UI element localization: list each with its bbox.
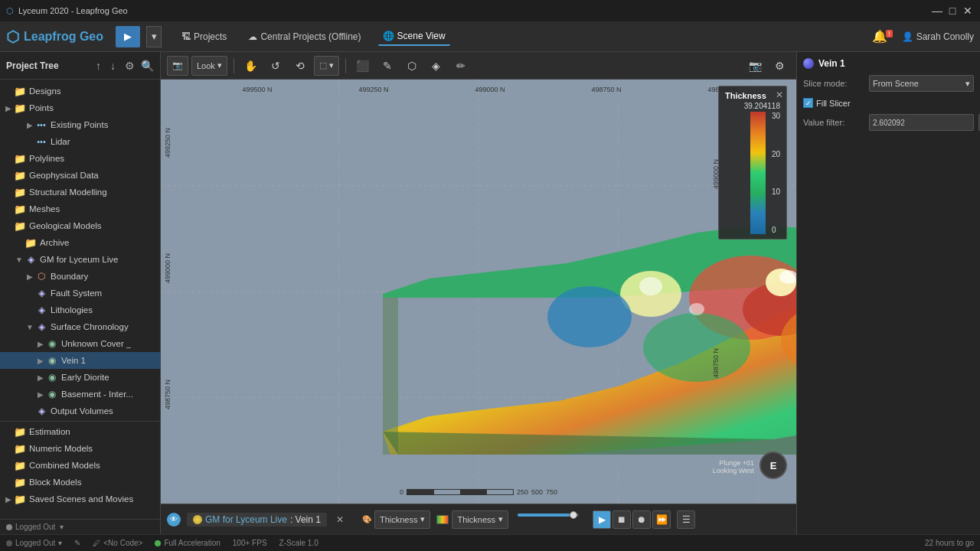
tree-item-boundary[interactable]: ▶ ⬡ Boundary xyxy=(0,268,160,285)
color-scale-labels: 30 20 10 0 xyxy=(769,112,780,234)
tree-item-saved-scenes[interactable]: ▶ 📁 Saved Scenes and Movies xyxy=(0,491,160,507)
color-scale-title: Thickness xyxy=(725,91,780,100)
pencil-tool[interactable]: ✏ xyxy=(450,56,472,76)
section-tool[interactable]: ⬡ xyxy=(401,56,423,76)
notification-badge: ! xyxy=(886,30,893,37)
camera-button[interactable]: 📷 xyxy=(744,56,766,76)
sidebar-title: Project Tree xyxy=(6,60,59,71)
status-acceleration: Full Acceleration xyxy=(155,539,220,547)
sidebar-header-buttons: ↑ ↓ ⚙ 🔍 xyxy=(93,58,154,73)
tree-item-existing-points[interactable]: ▶ ••• Existing Points xyxy=(0,116,160,133)
tree-item-designs[interactable]: 📁 Designs xyxy=(0,83,160,99)
tree-item-gm-lyceum[interactable]: ▼ ◈ GM for Lyceum Live xyxy=(0,251,160,268)
look-button[interactable]: Look ▾ xyxy=(191,56,227,76)
thickness-left-icon: 🎨 xyxy=(362,515,371,523)
svg-point-20 xyxy=(639,277,662,295)
settings-button[interactable]: ⚙ xyxy=(769,56,790,76)
tree-item-surface-chronology[interactable]: ▼ ◈ Surface Chronology xyxy=(0,318,160,335)
play-button[interactable]: ▶ xyxy=(116,26,140,47)
tree-item-combined[interactable]: 📁 Combined Models xyxy=(0,457,160,474)
play-button[interactable]: ▶ xyxy=(593,510,611,529)
tree-label: Unknown Cover _ xyxy=(61,339,131,348)
tree-item-block[interactable]: 📁 Block Models xyxy=(0,474,160,491)
folder-icon: 📁 xyxy=(14,442,26,455)
tree-item-numeric[interactable]: 📁 Numeric Models xyxy=(0,440,160,457)
tree-item-estimation[interactable]: 📁 Estimation xyxy=(0,423,160,440)
sidebar-settings-button[interactable]: ⚙ xyxy=(122,58,138,73)
tree-arrow: ▼ xyxy=(14,256,24,264)
menu-dropdown-button[interactable]: ▾ xyxy=(146,26,162,47)
sidebar-down-button[interactable]: ↓ xyxy=(107,58,119,73)
sidebar-search-button[interactable]: 🔍 xyxy=(141,58,154,73)
tree-item-lithologies[interactable]: ◈ Lithologies xyxy=(0,302,160,318)
measure-tool[interactable]: ✎ xyxy=(377,56,398,76)
tree-item-early-diorite[interactable]: ▶ ◉ Early Diorite xyxy=(0,369,160,386)
item-parent-label: GM for Lyceum Live xyxy=(205,514,287,525)
view-mode-button[interactable]: ⬚ ▾ xyxy=(314,56,339,76)
tree-item-output-volumes[interactable]: ◈ Output Volumes xyxy=(0,403,160,419)
nav-projects[interactable]: 🏗 Projects xyxy=(177,28,231,46)
stop-button[interactable]: ⏹ xyxy=(612,510,631,529)
sidebar-up-button[interactable]: ↑ xyxy=(93,58,104,73)
tree-item-lidar[interactable]: ••• Lidar xyxy=(0,133,160,150)
surface-icon: ◉ xyxy=(46,337,58,350)
sidebar-header: Project Tree ↑ ↓ ⚙ 🔍 xyxy=(0,52,160,80)
edit-scene-icon: ✎ xyxy=(74,539,80,547)
tree-item-polylines[interactable]: 📁 Polylines xyxy=(0,150,160,167)
slider-thumb[interactable] xyxy=(570,511,577,519)
tree-arrow: ▶ xyxy=(3,104,14,112)
thickness-slider[interactable] xyxy=(518,514,586,526)
tree-label: Geological Models xyxy=(29,221,102,230)
tree-item-vein1[interactable]: ▶ ◉ Vein 1 xyxy=(0,352,160,369)
list-button[interactable]: ☰ xyxy=(677,510,695,529)
value-filter-min-input[interactable] xyxy=(869,114,974,131)
thickness-right-dropdown[interactable]: Thickness ▾ xyxy=(452,510,508,529)
nav-central-projects[interactable]: ☁ Central Projects (Offline) xyxy=(243,28,365,46)
screenshot-button[interactable]: 📷 xyxy=(167,56,188,76)
edit-tool[interactable]: ◈ xyxy=(426,56,447,76)
scene-icon: 🌐 xyxy=(383,31,394,41)
cursor-tool[interactable]: ⬛ xyxy=(352,56,374,76)
minimize-button[interactable]: — xyxy=(931,5,943,17)
tree-label: Geophysical Data xyxy=(29,171,99,180)
acceleration-label: Full Acceleration xyxy=(164,539,220,547)
toolbar-right: 📷 ⚙ xyxy=(744,56,790,76)
notification-area[interactable]: 🔔 ! xyxy=(872,29,893,44)
bottom-close-button[interactable]: ✕ xyxy=(333,514,347,525)
thickness-right-area: Thickness ▾ xyxy=(436,510,508,529)
status-dropdown[interactable]: ▾ xyxy=(60,523,64,531)
pan-tool[interactable]: ⟲ xyxy=(289,56,311,76)
tree-item-geological[interactable]: 📁 Geological Models xyxy=(0,217,160,234)
tree-item-unknown-cover[interactable]: ▶ ◉ Unknown Cover _ xyxy=(0,335,160,352)
tree-item-points[interactable]: ▶ 📁 Points xyxy=(0,99,160,116)
select-tool[interactable]: ✋ xyxy=(240,56,262,76)
close-button[interactable]: ✕ xyxy=(962,5,974,17)
user-info[interactable]: 👤 Sarah Conolly xyxy=(902,31,974,42)
slice-mode-arrow: ▾ xyxy=(965,79,970,89)
tree-item-basement[interactable]: ▶ ◉ Basement - Inter... xyxy=(0,386,160,403)
folder-icon: 📁 xyxy=(14,203,26,215)
thickness-left-dropdown[interactable]: Thickness ▾ xyxy=(374,510,431,529)
tree-item-structural[interactable]: 📁 Structural Modelling xyxy=(0,184,160,201)
acceleration-dot xyxy=(155,540,161,546)
viewport[interactable]: 499500 N 499250 N 499000 N 498750 N 4985… xyxy=(161,80,796,504)
compass-rose: E xyxy=(760,452,787,479)
fast-forward-button[interactable]: ⏩ xyxy=(652,510,671,529)
tree-item-geophysical[interactable]: 📁 Geophysical Data xyxy=(0,167,160,184)
tree-item-fault[interactable]: ◈ Fault System xyxy=(0,285,160,302)
fill-slicer-checkbox[interactable]: ✓ xyxy=(803,98,813,108)
tree-arrow: ▶ xyxy=(24,121,35,129)
rotate-tool[interactable]: ↺ xyxy=(265,56,286,76)
slice-mode-row: Slice mode: From Scene ▾ xyxy=(803,75,974,92)
slice-mode-select[interactable]: From Scene ▾ xyxy=(869,75,974,92)
slice-mode-label: Slice mode: xyxy=(803,79,864,88)
color-scale-max: 39.204118 xyxy=(725,102,780,110)
viewport-toolbar: 📷 Look ▾ ✋ ↺ ⟲ ⬚ ▾ ⬛ ✎ ⬡ ◈ ✏ 📷 ⚙ xyxy=(161,52,796,80)
vein-sphere-icon xyxy=(803,58,814,69)
nav-scene-view[interactable]: 🌐 Scene View xyxy=(378,28,450,46)
tree-item-meshes[interactable]: 📁 Meshes xyxy=(0,201,160,217)
maximize-button[interactable]: □ xyxy=(946,5,959,17)
color-scale-close-button[interactable]: ✕ xyxy=(776,90,783,100)
tree-item-archive[interactable]: 📁 Archive xyxy=(0,234,160,251)
record-button[interactable]: ⏺ xyxy=(632,510,651,529)
